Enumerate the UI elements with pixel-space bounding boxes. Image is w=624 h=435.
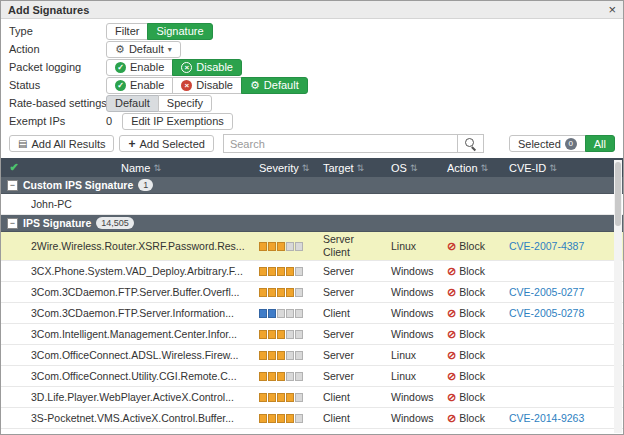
severity-segment [259, 288, 267, 297]
packet-logging-enable-button[interactable]: ✓ Enable [106, 59, 173, 76]
edit-ip-exemptions-button[interactable]: Edit IP Exemptions [122, 113, 233, 130]
cve-cell: CVE-2005-0277 [505, 282, 623, 302]
block-icon: ⊘ [447, 391, 456, 404]
row-select-cell[interactable] [1, 408, 27, 428]
action-cell: ⊘Block [443, 232, 505, 260]
table-row[interactable]: 3Com.Intelligent.Management.Center.Infor… [1, 324, 623, 345]
add-all-results-button[interactable]: ▤ Add All Results [9, 135, 114, 152]
row-select-cell[interactable] [1, 232, 27, 260]
severity-segment [295, 351, 303, 360]
column-header-cve-id[interactable]: CVE-ID⇅ [505, 158, 623, 177]
row-select-cell[interactable] [1, 261, 27, 281]
type-signature-button[interactable]: Signature [147, 23, 212, 40]
vertical-scrollbar[interactable] [614, 160, 622, 433]
row-select-cell[interactable] [1, 303, 27, 323]
severity-bar [259, 242, 303, 251]
action-cell: ⊘Block [443, 261, 505, 281]
rate-specify-button[interactable]: Specify [158, 95, 212, 112]
severity-cell [255, 387, 319, 407]
table-row[interactable]: John-PC [1, 194, 623, 215]
table-row[interactable]: 3Com.3CDaemon.FTP.Server.Information...C… [1, 303, 623, 324]
table-row[interactable]: 3D.Life.Player.WebPlayer.ActiveX.Control… [1, 387, 623, 408]
severity-bar [259, 288, 303, 297]
packet-logging-label: Packet logging [9, 61, 106, 73]
rate-based-settings-label: Rate-based settings [9, 97, 106, 109]
table-row[interactable]: 3Com.OfficeConnect.Utility.CGI.Remote.C.… [1, 366, 623, 387]
exempt-ips-count: 0 [106, 115, 112, 127]
name-cell: 3Com.3CDaemon.FTP.Server.Buffer.Overfl..… [27, 282, 255, 302]
table-row[interactable]: 3Com.OfficeConnect.ADSL.Wireless.Firew..… [1, 345, 623, 366]
severity-segment [286, 288, 294, 297]
packet-logging-disable-button[interactable]: × Disable [172, 59, 242, 76]
os-cell: Windows [387, 303, 443, 323]
close-icon[interactable]: × [608, 3, 616, 16]
add-selected-button[interactable]: + Add Selected [119, 135, 213, 152]
status-label: Status [9, 79, 106, 91]
group-count-badge: 14,505 [96, 217, 134, 229]
cve-link[interactable]: CVE-2005-0277 [509, 286, 584, 298]
severity-segment [295, 309, 303, 318]
signature-name: 3Com.3CDaemon.FTP.Server.Information... [31, 307, 234, 319]
severity-segment [286, 351, 294, 360]
row-select-cell[interactable] [1, 345, 27, 365]
signature-filter-form: Type Filter Signature Action ⚙ Default ▾… [1, 19, 623, 129]
row-select-cell[interactable] [1, 366, 27, 386]
table-row[interactable]: 3CX.Phone.System.VAD_Deploy.Arbitrary.F.… [1, 261, 623, 282]
signature-name: 2Wire.Wireless.Router.XSRF.Password.Res.… [31, 240, 245, 252]
group-row[interactable]: −IPS Signature14,505 [1, 215, 623, 232]
severity-segment [277, 351, 285, 360]
column-header-action[interactable]: Action⇅ [443, 158, 505, 177]
search-button[interactable] [458, 134, 484, 153]
cve-cell [505, 387, 623, 407]
check-circle-icon: ✓ [115, 62, 126, 73]
table-row[interactable]: 3Com.3CDaemon.FTP.Server.Buffer.Overfl..… [1, 282, 623, 303]
select-all-check-icon[interactable]: ✔ [9, 161, 18, 174]
check-circle-icon: ✓ [115, 80, 126, 91]
gear-icon: ⚙ [250, 79, 260, 92]
collapse-icon[interactable]: − [7, 180, 18, 191]
search-icon [465, 138, 476, 149]
target-cell: Server Client [319, 232, 387, 260]
status-enable-button[interactable]: ✓ Enable [106, 77, 173, 94]
severity-bar [259, 330, 303, 339]
severity-segment [277, 414, 285, 423]
type-filter-button[interactable]: Filter [106, 23, 148, 40]
row-select-cell[interactable] [1, 324, 27, 344]
sort-icon: ⇅ [481, 163, 489, 173]
group-name: Custom IPS Signature [23, 179, 133, 191]
severity-segment [277, 267, 285, 276]
all-filter-button[interactable]: All [585, 135, 615, 152]
scrollbar-thumb[interactable] [615, 162, 621, 226]
rate-default-button[interactable]: Default [106, 95, 159, 112]
x-circle-red-icon: × [181, 80, 192, 91]
action-default-dropdown[interactable]: ⚙ Default ▾ [106, 41, 181, 58]
select-all-header[interactable]: ✔ [1, 158, 27, 177]
collapse-icon[interactable]: − [7, 218, 18, 229]
column-header-os[interactable]: OS⇅ [387, 158, 443, 177]
action-cell: ⊘Block [443, 345, 505, 365]
cve-link[interactable]: CVE-2007-4387 [509, 240, 584, 252]
severity-segment [295, 330, 303, 339]
table-row[interactable]: 2Wire.Wireless.Router.XSRF.Password.Res.… [1, 232, 623, 261]
row-select-cell[interactable] [1, 387, 27, 407]
status-disable-button[interactable]: × Disable [172, 77, 242, 94]
signatures-table: ✔ Name⇅ Severity⇅ Target⇅ OS⇅ Action⇅ CV… [1, 158, 623, 429]
column-header-name[interactable]: Name⇅ [27, 158, 255, 177]
table-row[interactable]: 3S-Pocketnet.VMS.ActiveX.Control.Buffer.… [1, 408, 623, 429]
row-select-cell[interactable] [1, 282, 27, 302]
group-row[interactable]: −Custom IPS Signature1 [1, 177, 623, 194]
action-cell: ⊘Block [443, 282, 505, 302]
search-input[interactable] [223, 134, 458, 153]
severity-segment [277, 330, 285, 339]
column-header-severity[interactable]: Severity⇅ [255, 158, 319, 177]
caret-down-icon: ▾ [168, 45, 172, 54]
column-header-target[interactable]: Target⇅ [319, 158, 387, 177]
status-default-button[interactable]: ⚙ Default [241, 77, 308, 94]
cve-link[interactable]: CVE-2014-9263 [509, 412, 584, 424]
cve-link[interactable]: CVE-2005-0278 [509, 307, 584, 319]
row-select-cell[interactable] [1, 194, 27, 214]
severity-cell [255, 324, 319, 344]
name-cell: John-PC [27, 194, 255, 214]
selected-filter-button[interactable]: Selected 0 [509, 135, 586, 152]
block-icon: ⊘ [447, 412, 456, 425]
